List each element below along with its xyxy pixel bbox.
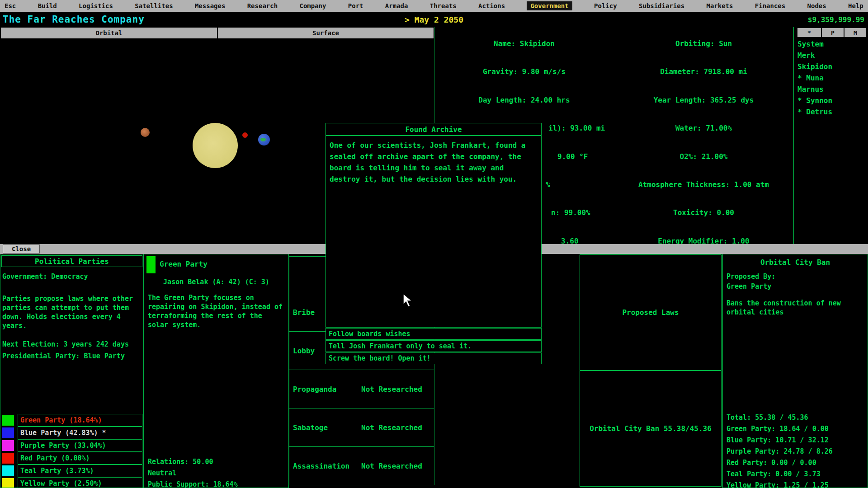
party-swatch-teal <box>2 465 14 476</box>
menu-item-research[interactable]: Research <box>247 2 278 9</box>
party-row-yellow[interactable]: Yellow Party (2.50%) <box>0 477 144 488</box>
party-label: Yellow Party (2.50%) <box>18 477 142 488</box>
vote-blue-party: Blue Party: 10.71 / 32.12 <box>726 436 829 446</box>
party-row-red[interactable]: Red Party (0.00%) <box>0 452 144 465</box>
law-proposed-by-label: Proposed By: <box>726 272 775 281</box>
party-row-green[interactable]: Green Party (18.64%) <box>0 414 144 427</box>
party-swatch-green <box>2 415 14 426</box>
action-status: Not Researched <box>361 423 422 432</box>
sidebar-tab-m[interactable]: M <box>844 28 866 37</box>
action-status: Not Researched <box>361 385 422 394</box>
action-sabatoge[interactable]: Sabatoge Not Researched <box>289 408 434 447</box>
dialog-option-follow-board[interactable]: Follow boards wishes <box>326 328 542 340</box>
game-screen: Esc Build Logistics Satellites Messages … <box>0 0 868 488</box>
menu-item-subsidiaries[interactable]: Subsidiaries <box>639 2 684 9</box>
menu-item-build[interactable]: Build <box>38 2 57 9</box>
close-button[interactable]: Close <box>3 244 40 253</box>
sun[interactable] <box>193 123 238 168</box>
dialog-body: One of our scientists, Josh Frankart, fo… <box>326 136 542 328</box>
money-balance: $9,359,999.99 <box>808 15 864 24</box>
menu-item-government[interactable]: Government <box>527 1 572 10</box>
vote-red-party: Red Party: 0.00 / 0.00 <box>726 459 816 469</box>
political-parties-title: Political Parties <box>1 255 142 267</box>
sidebar-item-system[interactable]: System <box>797 40 824 50</box>
action-assassination[interactable]: Assassination Not Researched <box>289 446 434 485</box>
planet-orbiting: Orbiting: Sun <box>614 39 793 48</box>
party-label: Red Party (0.00%) <box>18 452 142 465</box>
party-relations: Relations: 50.00 <box>148 458 213 466</box>
planet-blue[interactable] <box>258 134 270 145</box>
menu-item-messages[interactable]: Messages <box>195 2 225 9</box>
next-election: Next Election: 3 years 242 days <box>2 340 129 348</box>
menu-item-markets[interactable]: Markets <box>706 2 733 9</box>
menu-item-esc[interactable]: Esc <box>5 2 16 9</box>
party-swatch-blue <box>2 427 14 438</box>
law-title: Orbital City Ban <box>723 258 868 267</box>
top-menu-bar: Esc Build Logistics Satellites Messages … <box>0 0 868 12</box>
planet-atmosphere: Atmosphere Thickness: 1.00 atm <box>614 180 793 189</box>
sidebar-tab-p[interactable]: P <box>822 28 844 37</box>
menu-item-threats[interactable]: Threats <box>430 2 457 9</box>
action-label: Bribe <box>293 308 315 317</box>
tab-surface[interactable]: Surface <box>218 28 434 38</box>
sidebar-item-merk[interactable]: Merk <box>797 51 815 61</box>
planet-year-length: Year Length: 365.25 dys <box>614 96 793 105</box>
planet-info-row: Day Length: 24.00 hrs Year Length: 365.2… <box>434 96 793 105</box>
party-row-teal[interactable]: Teal Party (3.73%) <box>0 465 144 477</box>
party-row-blue[interactable]: Blue Party (42.83%) * <box>0 427 144 439</box>
action-label: Propaganda <box>293 385 336 394</box>
menu-item-nodes[interactable]: Nodes <box>807 2 826 9</box>
party-detail-name: Green Party <box>160 260 208 268</box>
planet-info-row: Gravity: 9.80 m/s/s Diameter: 7918.00 mi <box>434 67 793 76</box>
party-description: The Green Party focuses on repairing on … <box>148 293 283 329</box>
sidebar-item-muna[interactable]: * Muna <box>797 74 824 84</box>
action-propaganda[interactable]: Propaganda Not Researched <box>289 370 434 408</box>
menu-item-policy[interactable]: Policy <box>594 2 617 9</box>
government-description: Parties propose laws where other parties… <box>2 294 142 330</box>
sidebar-tab-star[interactable]: * <box>797 28 821 37</box>
sidebar-item-synnon[interactable]: * Synnon <box>797 96 832 106</box>
party-stance: Neutral <box>148 469 176 477</box>
found-archive-dialog: Found Archive One of our scientists, Jos… <box>326 123 542 364</box>
law-detail-panel: Orbital City Ban Proposed By: Green Part… <box>722 254 868 488</box>
party-swatch-red <box>2 453 14 464</box>
party-swatch-yellow <box>2 478 14 488</box>
menu-item-port[interactable]: Port <box>348 2 363 9</box>
party-label: Teal Party (3.73%) <box>18 465 142 477</box>
menu-item-satellites[interactable]: Satellites <box>135 2 173 9</box>
political-parties-panel: Political Parties Government: Democracy … <box>0 254 144 488</box>
vote-yellow-party: Yellow Party: 1.25 / 1.25 <box>726 481 829 488</box>
planet-o2: O2%: 21.00% <box>614 152 793 161</box>
sidebar-item-skipidon[interactable]: Skipidon <box>797 62 832 72</box>
party-label: Blue Party (42.83%) * <box>18 427 142 439</box>
government-type: Government: Democracy <box>2 272 88 281</box>
action-label: Sabatoge <box>293 423 328 432</box>
planet-info-row: Name: Skipidon Orbiting: Sun <box>434 39 793 48</box>
menu-item-logistics[interactable]: Logistics <box>79 2 113 9</box>
planet-red[interactable] <box>242 132 248 138</box>
planet-toxicity: Toxicity: 0.00 <box>614 208 793 217</box>
mouse-cursor-icon <box>402 294 414 307</box>
law-item-orbital-city-ban[interactable]: Orbital City Ban 55.38/45.36 <box>580 371 722 487</box>
tab-orbital[interactable]: Orbital <box>1 28 217 38</box>
proposed-laws-panel: Proposed Laws Orbital City Ban 55.38/45.… <box>579 254 722 488</box>
planet-diameter: Diameter: 7918.00 mi <box>614 67 793 76</box>
planet-orange[interactable] <box>141 128 150 137</box>
menu-item-help[interactable]: Help <box>848 2 863 9</box>
vote-green-party: Green Party: 18.64 / 0.00 <box>726 425 829 435</box>
title-bar: The Far Reaches Company > May 2 2050 $9,… <box>0 12 868 27</box>
vote-teal-party: Teal Party: 0.00 / 3.73 <box>726 470 821 480</box>
action-label: Assassination <box>293 462 349 470</box>
menu-item-finances[interactable]: Finances <box>755 2 785 9</box>
party-row-purple[interactable]: Purple Party (33.04%) <box>0 439 144 452</box>
menu-item-company[interactable]: Company <box>299 2 326 9</box>
sidebar-item-detrus[interactable]: * Detrus <box>797 108 832 117</box>
vote-purple-party: Purple Party: 24.78 / 8.26 <box>726 447 833 457</box>
dialog-option-seal-it[interactable]: Tell Josh Frankart only to seal it. <box>326 340 542 352</box>
dialog-option-open-it[interactable]: Screw the board! Open it! <box>326 352 542 364</box>
planet-water: Water: 71.00% <box>614 124 793 133</box>
system-sidebar: * P M System Merk Skipidon * Muna Marnus… <box>794 27 868 244</box>
menu-item-actions[interactable]: Actions <box>478 2 505 9</box>
menu-item-armada[interactable]: Armada <box>385 2 408 9</box>
sidebar-item-marnus[interactable]: Marnus <box>797 85 824 95</box>
